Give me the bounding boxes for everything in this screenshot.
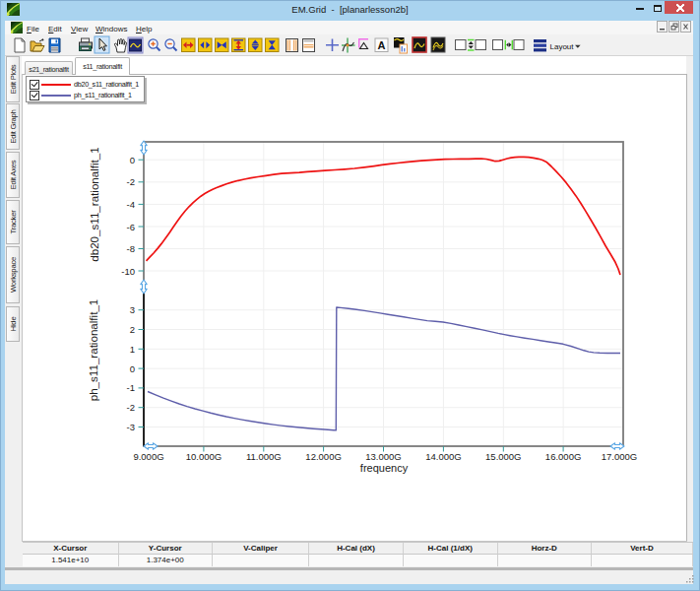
svg-text:0: 0 (130, 155, 135, 165)
svg-text:-2: -2 (127, 176, 135, 187)
svg-text:-2: -2 (127, 402, 135, 413)
svg-text:2: 2 (130, 324, 135, 335)
svg-text:12.000G: 12.000G (305, 451, 341, 462)
svg-text:db20_s11_rationalfit_1: db20_s11_rationalfit_1 (88, 147, 100, 261)
svg-text:10.000G: 10.000G (186, 451, 222, 462)
svg-text:15.000G: 15.000G (485, 451, 521, 462)
svg-text:Layout: Layout (550, 42, 575, 51)
svg-text:ph_s11_rationalfit_1: ph_s11_rationalfit_1 (87, 299, 99, 402)
svg-text:-4: -4 (127, 199, 135, 210)
svg-text:-10: -10 (121, 266, 135, 277)
svg-text:11.000G: 11.000G (246, 451, 282, 462)
svg-text:Edit Graph: Edit Graph (9, 109, 18, 143)
svg-text:-6: -6 (127, 222, 135, 232)
svg-text:Tracker: Tracker (9, 210, 18, 234)
svg-text:Edit Plots: Edit Plots (9, 64, 18, 94)
svg-text:Hide: Hide (9, 317, 18, 332)
svg-text:-3: -3 (127, 422, 135, 432)
svg-text:3: 3 (130, 304, 135, 315)
svg-text:17.000G: 17.000G (602, 451, 637, 462)
svg-text:13.000G: 13.000G (365, 451, 401, 462)
svg-text:-8: -8 (127, 243, 135, 254)
svg-text:-1: -1 (127, 382, 135, 393)
svg-text:14.000G: 14.000G (425, 451, 461, 462)
svg-text:1: 1 (130, 344, 135, 355)
svg-text:Workspace: Workspace (9, 257, 18, 293)
svg-text:Edit Axes: Edit Axes (9, 160, 18, 189)
svg-text:0: 0 (130, 363, 135, 374)
svg-text:9.000G: 9.000G (133, 451, 163, 462)
svg-text:frequency: frequency (360, 462, 409, 474)
svg-text:A: A (378, 39, 386, 51)
svg-text:16.000G: 16.000G (545, 451, 581, 462)
